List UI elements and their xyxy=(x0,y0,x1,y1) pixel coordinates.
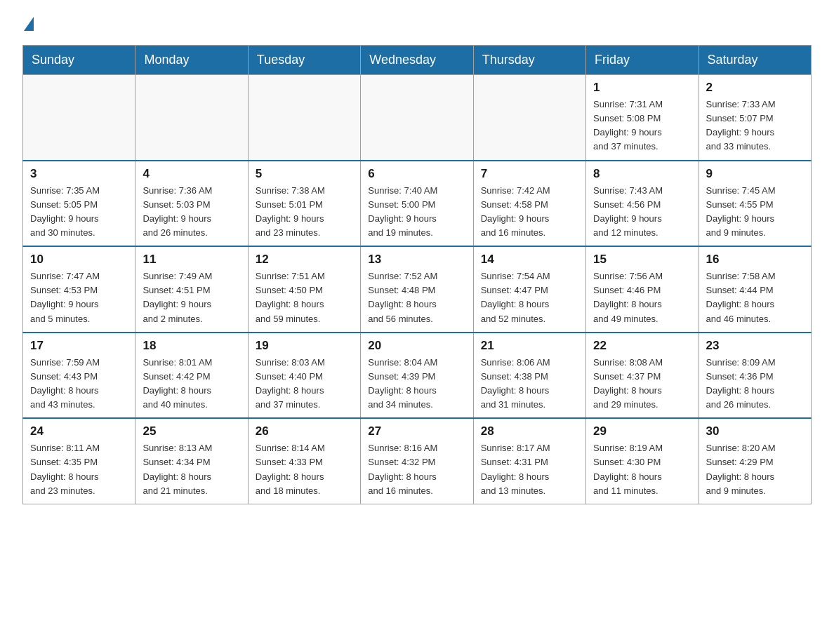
day-number: 27 xyxy=(368,424,465,438)
calendar-week-3: 10Sunrise: 7:47 AM Sunset: 4:53 PM Dayli… xyxy=(23,246,812,333)
day-info: Sunrise: 7:45 AM Sunset: 4:55 PM Dayligh… xyxy=(706,184,804,241)
logo-area xyxy=(22,17,35,32)
calendar-cell: 8Sunrise: 7:43 AM Sunset: 4:56 PM Daylig… xyxy=(586,161,699,247)
calendar-cell xyxy=(248,75,360,161)
day-info: Sunrise: 7:42 AM Sunset: 4:58 PM Dayligh… xyxy=(481,184,578,241)
logo xyxy=(22,17,35,32)
day-number: 17 xyxy=(30,339,128,353)
day-info: Sunrise: 7:43 AM Sunset: 4:56 PM Dayligh… xyxy=(593,184,691,241)
day-info: Sunrise: 8:19 AM Sunset: 4:30 PM Dayligh… xyxy=(593,441,691,498)
calendar-cell: 28Sunrise: 8:17 AM Sunset: 4:31 PM Dayli… xyxy=(473,418,585,504)
calendar-cell: 12Sunrise: 7:51 AM Sunset: 4:50 PM Dayli… xyxy=(248,246,360,333)
day-info: Sunrise: 7:51 AM Sunset: 4:50 PM Dayligh… xyxy=(256,269,353,326)
day-info: Sunrise: 8:11 AM Sunset: 4:35 PM Dayligh… xyxy=(30,441,128,498)
calendar-cell: 13Sunrise: 7:52 AM Sunset: 4:48 PM Dayli… xyxy=(361,246,473,333)
day-info: Sunrise: 8:20 AM Sunset: 4:29 PM Dayligh… xyxy=(706,441,804,498)
day-number: 22 xyxy=(593,339,691,353)
calendar-week-5: 24Sunrise: 8:11 AM Sunset: 4:35 PM Dayli… xyxy=(23,418,812,504)
day-number: 11 xyxy=(143,253,240,267)
page: SundayMondayTuesdayWednesdayThursdayFrid… xyxy=(0,0,834,527)
day-number: 9 xyxy=(706,167,804,181)
calendar-cell xyxy=(361,75,473,161)
calendar-cell: 6Sunrise: 7:40 AM Sunset: 5:00 PM Daylig… xyxy=(361,161,473,247)
day-info: Sunrise: 7:38 AM Sunset: 5:01 PM Dayligh… xyxy=(256,184,353,241)
calendar-cell: 26Sunrise: 8:14 AM Sunset: 4:33 PM Dayli… xyxy=(248,418,360,504)
day-info: Sunrise: 7:56 AM Sunset: 4:46 PM Dayligh… xyxy=(593,269,691,326)
calendar-cell: 15Sunrise: 7:56 AM Sunset: 4:46 PM Dayli… xyxy=(586,246,699,333)
day-number: 14 xyxy=(481,253,578,267)
calendar-cell: 11Sunrise: 7:49 AM Sunset: 4:51 PM Dayli… xyxy=(135,246,248,333)
calendar-body: 1Sunrise: 7:31 AM Sunset: 5:08 PM Daylig… xyxy=(23,75,812,504)
calendar-header-friday: Friday xyxy=(586,46,699,75)
calendar-cell xyxy=(135,75,248,161)
day-number: 26 xyxy=(256,424,353,438)
day-number: 1 xyxy=(593,81,691,95)
day-info: Sunrise: 7:33 AM Sunset: 5:07 PM Dayligh… xyxy=(706,98,804,154)
calendar-header-sunday: Sunday xyxy=(23,46,135,75)
day-number: 7 xyxy=(481,167,578,181)
calendar-header-saturday: Saturday xyxy=(699,46,811,75)
day-number: 5 xyxy=(256,167,353,181)
day-number: 29 xyxy=(593,424,691,438)
day-number: 15 xyxy=(593,253,691,267)
day-info: Sunrise: 7:49 AM Sunset: 4:51 PM Dayligh… xyxy=(143,269,240,326)
calendar-cell: 2Sunrise: 7:33 AM Sunset: 5:07 PM Daylig… xyxy=(699,75,811,161)
calendar-header-thursday: Thursday xyxy=(473,46,585,75)
day-info: Sunrise: 8:14 AM Sunset: 4:33 PM Dayligh… xyxy=(256,441,353,498)
day-info: Sunrise: 7:47 AM Sunset: 4:53 PM Dayligh… xyxy=(30,269,128,326)
day-info: Sunrise: 8:06 AM Sunset: 4:38 PM Dayligh… xyxy=(481,356,578,412)
logo-blue-area xyxy=(22,17,35,32)
day-info: Sunrise: 8:04 AM Sunset: 4:39 PM Dayligh… xyxy=(368,356,465,412)
calendar-cell: 29Sunrise: 8:19 AM Sunset: 4:30 PM Dayli… xyxy=(586,418,699,504)
calendar-cell: 19Sunrise: 8:03 AM Sunset: 4:40 PM Dayli… xyxy=(248,333,360,419)
day-info: Sunrise: 7:31 AM Sunset: 5:08 PM Dayligh… xyxy=(593,98,691,154)
day-info: Sunrise: 8:09 AM Sunset: 4:36 PM Dayligh… xyxy=(706,356,804,412)
day-info: Sunrise: 7:35 AM Sunset: 5:05 PM Dayligh… xyxy=(30,184,128,241)
day-info: Sunrise: 7:36 AM Sunset: 5:03 PM Dayligh… xyxy=(143,184,240,241)
calendar-cell: 9Sunrise: 7:45 AM Sunset: 4:55 PM Daylig… xyxy=(699,161,811,247)
calendar-cell: 17Sunrise: 7:59 AM Sunset: 4:43 PM Dayli… xyxy=(23,333,135,419)
day-info: Sunrise: 8:08 AM Sunset: 4:37 PM Dayligh… xyxy=(593,356,691,412)
calendar-cell: 7Sunrise: 7:42 AM Sunset: 4:58 PM Daylig… xyxy=(473,161,585,247)
day-info: Sunrise: 7:58 AM Sunset: 4:44 PM Dayligh… xyxy=(706,269,804,326)
day-number: 10 xyxy=(30,253,128,267)
day-number: 13 xyxy=(368,253,465,267)
calendar-header-wednesday: Wednesday xyxy=(361,46,473,75)
day-info: Sunrise: 7:40 AM Sunset: 5:00 PM Dayligh… xyxy=(368,184,465,241)
day-info: Sunrise: 8:01 AM Sunset: 4:42 PM Dayligh… xyxy=(143,356,240,412)
day-number: 3 xyxy=(30,167,128,181)
day-number: 4 xyxy=(143,167,240,181)
calendar-cell: 30Sunrise: 8:20 AM Sunset: 4:29 PM Dayli… xyxy=(699,418,811,504)
day-number: 25 xyxy=(143,424,240,438)
day-info: Sunrise: 7:59 AM Sunset: 4:43 PM Dayligh… xyxy=(30,356,128,412)
calendar-cell: 24Sunrise: 8:11 AM Sunset: 4:35 PM Dayli… xyxy=(23,418,135,504)
day-info: Sunrise: 8:03 AM Sunset: 4:40 PM Dayligh… xyxy=(256,356,353,412)
calendar-cell: 14Sunrise: 7:54 AM Sunset: 4:47 PM Dayli… xyxy=(473,246,585,333)
calendar-week-2: 3Sunrise: 7:35 AM Sunset: 5:05 PM Daylig… xyxy=(23,161,812,247)
calendar-cell: 23Sunrise: 8:09 AM Sunset: 4:36 PM Dayli… xyxy=(699,333,811,419)
calendar-week-4: 17Sunrise: 7:59 AM Sunset: 4:43 PM Dayli… xyxy=(23,333,812,419)
day-number: 24 xyxy=(30,424,128,438)
day-number: 23 xyxy=(706,339,804,353)
day-number: 8 xyxy=(593,167,691,181)
calendar-week-1: 1Sunrise: 7:31 AM Sunset: 5:08 PM Daylig… xyxy=(23,75,812,161)
day-info: Sunrise: 8:16 AM Sunset: 4:32 PM Dayligh… xyxy=(368,441,465,498)
calendar-cell: 10Sunrise: 7:47 AM Sunset: 4:53 PM Dayli… xyxy=(23,246,135,333)
calendar: SundayMondayTuesdayWednesdayThursdayFrid… xyxy=(22,45,812,504)
day-number: 21 xyxy=(481,339,578,353)
calendar-header-monday: Monday xyxy=(135,46,248,75)
day-number: 6 xyxy=(368,167,465,181)
day-number: 19 xyxy=(256,339,353,353)
day-info: Sunrise: 7:52 AM Sunset: 4:48 PM Dayligh… xyxy=(368,269,465,326)
calendar-cell: 27Sunrise: 8:16 AM Sunset: 4:32 PM Dayli… xyxy=(361,418,473,504)
calendar-header: SundayMondayTuesdayWednesdayThursdayFrid… xyxy=(23,46,812,75)
calendar-cell: 16Sunrise: 7:58 AM Sunset: 4:44 PM Dayli… xyxy=(699,246,811,333)
header-row: SundayMondayTuesdayWednesdayThursdayFrid… xyxy=(23,46,812,75)
calendar-cell: 3Sunrise: 7:35 AM Sunset: 5:05 PM Daylig… xyxy=(23,161,135,247)
day-number: 20 xyxy=(368,339,465,353)
logo-triangle-icon xyxy=(24,17,34,31)
calendar-cell: 4Sunrise: 7:36 AM Sunset: 5:03 PM Daylig… xyxy=(135,161,248,247)
day-number: 18 xyxy=(143,339,240,353)
calendar-cell xyxy=(23,75,135,161)
day-number: 30 xyxy=(706,424,804,438)
